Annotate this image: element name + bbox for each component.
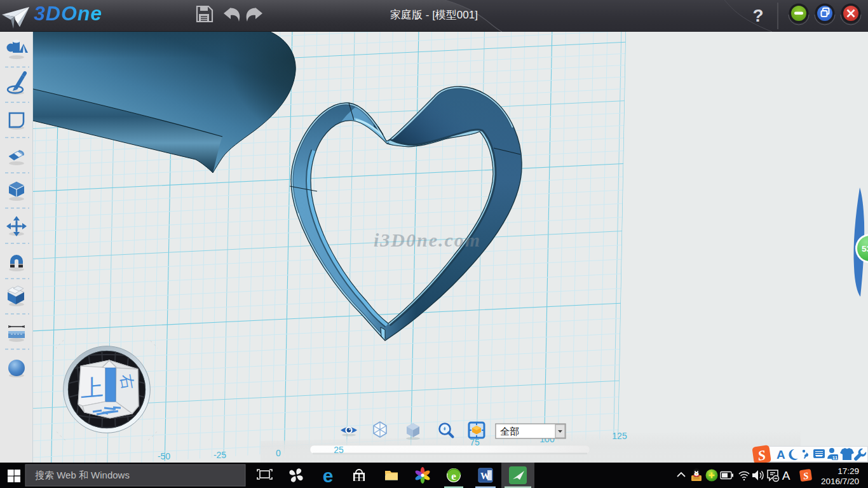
svg-text:e: e	[323, 465, 334, 486]
svg-text:全部: 全部	[500, 426, 519, 437]
svg-text:W: W	[480, 471, 490, 481]
svg-text:125: 125	[612, 431, 627, 441]
svg-text:搜索 Web 和 Windows: 搜索 Web 和 Windows	[35, 470, 130, 480]
svg-text:17:29: 17:29	[837, 466, 859, 476]
svg-text:-50: -50	[158, 451, 170, 461]
svg-text:A: A	[776, 448, 785, 461]
svg-text:11: 11	[832, 455, 838, 461]
svg-text:0: 0	[276, 448, 281, 458]
svg-text:右: 右	[118, 373, 137, 391]
svg-text:e: e	[451, 470, 456, 482]
svg-text:-25: -25	[214, 450, 226, 460]
svg-text:A: A	[782, 469, 790, 482]
svg-text:53: 53	[862, 244, 868, 254]
svg-text:2016/7/20: 2016/7/20	[821, 477, 859, 486]
svg-text:上: 上	[81, 374, 104, 402]
